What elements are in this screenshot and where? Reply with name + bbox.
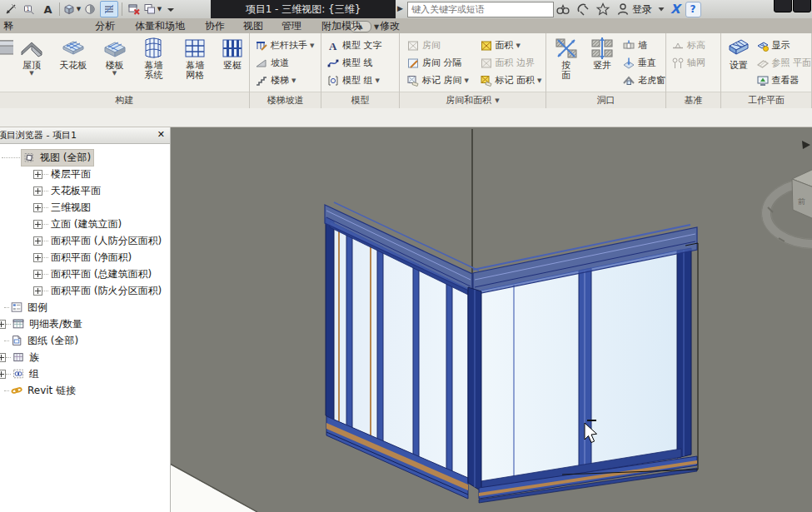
tree-item-6[interactable]: 面积平面 (人防分区面积) [0, 232, 170, 249]
ribbon-tab-2[interactable]: 分析 [93, 18, 117, 33]
expand-icon[interactable] [33, 170, 42, 179]
dropdown-arrow-icon: ▼ [516, 42, 521, 49]
close-hidden-windows-button[interactable] [126, 2, 142, 17]
thin-lines-button[interactable] [100, 1, 118, 17]
tree-item-9[interactable]: 面积平面 (防火分区面积) [0, 282, 170, 299]
close-icon[interactable]: ✕ [157, 129, 165, 140]
expand-icon[interactable] [33, 236, 42, 246]
roof-icon [19, 36, 44, 61]
幕墙-系统-button[interactable]: 幕墙 系统 [132, 33, 174, 90]
tree-item-label: 面积平面 (总建筑面积) [48, 266, 154, 282]
sign-in-person-icon [615, 2, 630, 17]
tree-item-4[interactable]: 三维视图 [0, 199, 170, 216]
坡道-button[interactable]: 坡道 [255, 54, 314, 72]
tree-item-8[interactable]: 面积平面 (总建筑面积) [0, 266, 170, 282]
default-3d-view-button[interactable]: ▼ [63, 2, 80, 17]
竖井-button[interactable]: 竖井 [586, 33, 620, 90]
面积-button[interactable]: 面积▼ [480, 37, 546, 54]
sign-in-person-button[interactable]: 登录 [615, 2, 652, 17]
tree-item-7[interactable]: 面积平面 (净面积) [0, 249, 170, 266]
tree-item-1[interactable]: 视图 (全部) [0, 149, 170, 166]
tree-item-13[interactable]: 族 [0, 349, 170, 365]
查看器-button[interactable]: 查看器 [756, 72, 812, 89]
viewcube[interactable]: 前 [761, 169, 812, 249]
room-separator-icon [406, 57, 420, 70]
tree-item-3[interactable]: 天花板平面 [0, 182, 170, 199]
老虎窗-button[interactable]: 老虎窗 [622, 72, 665, 89]
tree-item-11[interactable]: 明细表/数量 [0, 316, 170, 332]
window-maximize-button[interactable] [793, 0, 811, 12]
墙-button[interactable]: 墙 [622, 37, 665, 54]
subscription-button[interactable] [575, 2, 590, 17]
section-button[interactable] [82, 2, 98, 17]
panel-title-room-area[interactable]: 房间和面积▼ [400, 92, 545, 108]
tree-item-2[interactable]: 楼层平面 [0, 166, 170, 182]
tree-item-content: 面积平面 (人防分区面积) [48, 233, 164, 249]
align-dimension-button[interactable] [2, 2, 19, 17]
tree-item-10[interactable]: 图例 [0, 299, 170, 316]
楼梯-button[interactable]: 楼梯▼ [255, 72, 314, 89]
project-browser-title-text: 项目浏览器 - 项目1 [0, 129, 77, 142]
switch-windows-button[interactable]: ▼ [144, 2, 161, 17]
qat-menu-button[interactable] [162, 2, 179, 17]
model-text-icon: A [326, 39, 340, 52]
expand-icon[interactable] [33, 286, 42, 296]
floor-icon [102, 36, 127, 61]
expand-icon[interactable] [33, 253, 42, 262]
help-button[interactable]: ? [685, 2, 701, 17]
楼板-button[interactable]: 楼板▼ [97, 33, 133, 90]
svg-text:1: 1 [27, 6, 30, 12]
button-label: 标记 面积 [496, 74, 536, 87]
tree-item-5[interactable]: 立面 (建筑立面) [0, 216, 170, 232]
drawing-area[interactable]: 前 [171, 127, 812, 512]
幕墙-网格-button[interactable]: 幕墙 网格 [174, 33, 216, 90]
竖梃-button[interactable]: 竖梃 [216, 33, 249, 90]
exchange-apps-button[interactable]: X [670, 2, 680, 17]
clipped-button[interactable] [0, 33, 13, 90]
tree-item-12[interactable]: 图纸 (全部) [0, 332, 170, 349]
expand-icon[interactable] [33, 186, 42, 196]
expand-icon[interactable] [33, 203, 42, 212]
设置-button[interactable]: 设置 [725, 33, 753, 90]
text-button[interactable]: A [39, 2, 56, 17]
favorites-star-icon [595, 2, 610, 17]
tree-item-15[interactable]: Revit 链接 [0, 382, 170, 399]
3d-canvas[interactable]: 前 [171, 127, 812, 512]
ribbon-tab-4[interactable]: 协作 [203, 18, 227, 33]
ribbon-tab-5[interactable]: 视图 [242, 18, 265, 33]
expand-icon[interactable] [33, 270, 42, 279]
search-input[interactable] [407, 2, 554, 17]
dropdown-arrow-icon: ▼ [291, 77, 296, 84]
屋顶-button[interactable]: 屋顶▼ [13, 33, 50, 90]
ribbon-tab-1[interactable]: 释 [2, 18, 15, 33]
显示-button[interactable]: 显示 [756, 37, 812, 54]
ribbon-tab-8[interactable]: 修改 [378, 18, 401, 33]
tree-item-label: 组 [27, 366, 42, 382]
tree-item-label: 楼层平面 [48, 167, 93, 182]
模型-文字-button[interactable]: A模型 文字 [326, 37, 382, 54]
dropdown-button[interactable] [657, 2, 665, 17]
tree-item-14[interactable]: 组 [0, 365, 170, 382]
ribbon-tab-3[interactable]: 体量和场地 [133, 18, 187, 33]
expand-icon[interactable] [33, 220, 42, 229]
天花板-button[interactable]: 天花板 [50, 33, 97, 90]
title-next-arrow[interactable]: ▶ [397, 4, 403, 12]
ribbon-tab-7[interactable]: 附加模块 [320, 18, 363, 33]
expand-icon[interactable] [0, 353, 6, 362]
房间-分隔-button[interactable]: 房间 分隔 [406, 54, 473, 72]
栏杆扶手-button[interactable]: 栏杆扶手▼ [255, 37, 314, 54]
binoculars-button[interactable] [555, 2, 570, 17]
tag-by-category-button[interactable]: 1 [21, 2, 37, 17]
project-browser-title[interactable]: 项目浏览器 - 项目1 ✕ [0, 127, 170, 144]
模型-线-button[interactable]: 模型 线 [326, 54, 382, 72]
favorites-star-button[interactable] [595, 2, 610, 17]
按-面-button[interactable]: 按 面 [550, 33, 583, 90]
window-minimize-button[interactable] [774, 0, 792, 12]
标记-房间-button[interactable]: 标记 房间▼ [406, 72, 473, 89]
expand-icon[interactable] [0, 320, 6, 329]
标记-面积-button[interactable]: 标记 面积▼ [480, 72, 546, 89]
ribbon-tab-6[interactable]: 管理 [280, 18, 303, 33]
模型-组-button[interactable]: 模型 组▼ [326, 72, 382, 89]
expand-icon[interactable] [0, 370, 6, 379]
垂直-button[interactable]: 垂直 [622, 54, 665, 72]
